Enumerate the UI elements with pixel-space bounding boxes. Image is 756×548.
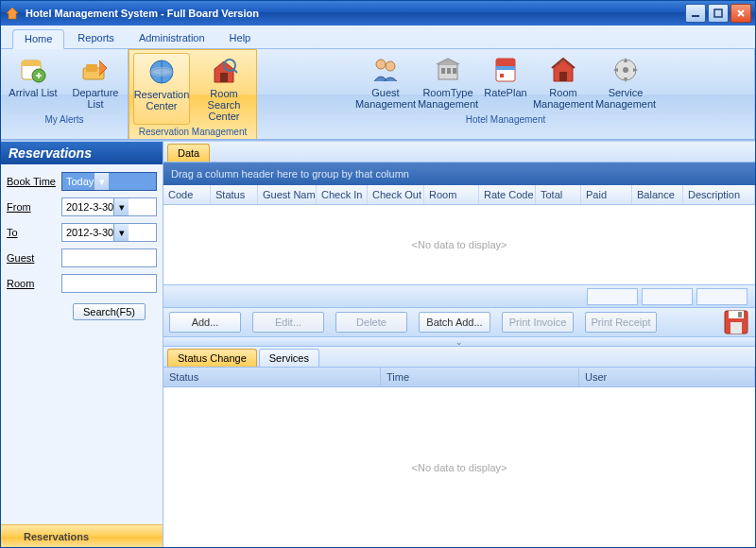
col-guest-name[interactable]: Guest Name [258, 185, 317, 204]
svg-point-11 [376, 60, 386, 69]
to-label: To [7, 227, 61, 238]
from-label: From [7, 201, 61, 213]
reservation-center-button[interactable]: Reservation Center [133, 53, 190, 125]
svg-rect-26 [730, 322, 742, 334]
roomtype-management-button[interactable]: RoomType Management [420, 52, 476, 112]
col-check-in[interactable]: Check In [317, 185, 368, 204]
service-management-button[interactable]: Service Management [597, 52, 654, 112]
arrival-list-button[interactable]: Arrival List [5, 52, 61, 112]
ribbon: Arrival List Departure List My Alerts Re… [1, 48, 755, 140]
window-title: Hotel Management System - Full Board Ver… [26, 8, 685, 19]
subtab-services[interactable]: Services [259, 349, 319, 367]
col-balance[interactable]: Balance [632, 185, 683, 204]
save-icon[interactable] [723, 309, 749, 335]
svg-rect-16 [453, 68, 456, 74]
titlebar: Hotel Management System - Full Board Ver… [1, 1, 755, 26]
svg-rect-20 [500, 74, 504, 77]
add-button[interactable]: Add... [169, 312, 241, 333]
arrival-list-icon [18, 55, 48, 85]
home-icon [5, 6, 20, 21]
col-room[interactable]: Room [424, 185, 479, 204]
summary-cell [696, 288, 747, 305]
svg-rect-9 [220, 73, 228, 82]
svg-point-23 [623, 67, 628, 73]
guest-field[interactable] [61, 248, 157, 267]
room-field[interactable] [61, 274, 157, 293]
expander-handle[interactable]: ⌄ [163, 337, 755, 347]
tab-administration[interactable]: Administration [128, 29, 216, 48]
svg-point-8 [150, 67, 173, 77]
room-search-icon [209, 56, 239, 86]
book-time-select[interactable]: Today▾ [61, 172, 157, 191]
print-receipt-button[interactable]: Print Receipt [585, 312, 657, 333]
maximize-button[interactable] [708, 4, 729, 23]
summary-cell [642, 288, 693, 305]
book-time-label: Book Time [7, 176, 61, 187]
svg-rect-3 [22, 60, 41, 66]
col-paid[interactable]: Paid [581, 185, 632, 204]
departure-list-button[interactable]: Departure List [67, 52, 124, 112]
service-icon [610, 55, 641, 85]
svg-rect-27 [738, 312, 742, 317]
col-check-out[interactable]: Check Out [368, 185, 424, 204]
globe-icon [146, 57, 177, 87]
chevron-down-icon: ▾ [113, 224, 129, 241]
svg-rect-14 [441, 68, 445, 74]
ribbon-group-my-alerts: Arrival List Departure List My Alerts [1, 49, 129, 139]
svg-rect-18 [496, 59, 515, 66]
to-date-field[interactable]: 2012-3-30▾ [61, 223, 157, 242]
close-button[interactable] [730, 4, 751, 23]
sidebar-title: Reservations [1, 142, 163, 164]
batch-add-button[interactable]: Batch Add... [419, 312, 490, 333]
tab-data[interactable]: Data [167, 144, 210, 162]
room-icon [548, 55, 578, 85]
room-management-button[interactable]: Room Management [535, 52, 592, 112]
main: Data Drag a column header here to group … [163, 142, 755, 547]
edit-button[interactable]: Edit... [252, 312, 324, 333]
group-by-hint[interactable]: Drag a column header here to group by th… [163, 163, 755, 185]
action-bar: Add... Edit... Delete Batch Add... Print… [163, 307, 755, 337]
guest-label: Guest [7, 252, 61, 264]
tab-help[interactable]: Help [218, 29, 263, 48]
from-date-field[interactable]: 2012-3-30▾ [61, 197, 157, 216]
col-time[interactable]: Time [381, 368, 579, 386]
sidebar-tab-reservations[interactable]: Reservations [1, 524, 163, 547]
summary-cell [587, 288, 638, 305]
grid-empty: <No data to display> [163, 205, 755, 284]
col-rate-code[interactable]: Rate Code [479, 185, 536, 204]
col-status[interactable]: Status [163, 368, 381, 386]
status-grid-empty: <No data to display> [163, 387, 755, 547]
guests-icon [370, 55, 401, 85]
search-button[interactable]: Search(F5) [73, 303, 146, 320]
col-code[interactable]: Code [163, 185, 211, 204]
col-total[interactable]: Total [536, 185, 581, 204]
print-invoice-button[interactable]: Print Invoice [502, 312, 574, 333]
delete-button[interactable]: Delete [335, 312, 407, 333]
chevron-down-icon: ▾ [113, 198, 129, 215]
menu-tabs: Home Reports Administration Help [1, 29, 755, 48]
departure-list-icon [80, 55, 111, 85]
roomtype-icon [433, 55, 463, 85]
subtab-status-change[interactable]: Status Change [167, 349, 257, 367]
svg-rect-6 [86, 64, 97, 72]
svg-rect-0 [692, 15, 699, 17]
chevron-down-icon: ▾ [94, 173, 109, 190]
svg-rect-19 [496, 66, 515, 70]
sidebar: Reservations Book Time Today▾ From 2012-… [1, 142, 163, 547]
rateplan-button[interactable]: RatePlan [482, 52, 529, 112]
guest-management-button[interactable]: Guest Management [357, 52, 414, 112]
minimize-button[interactable] [685, 4, 706, 23]
room-label: Room [7, 278, 61, 289]
col-user[interactable]: User [579, 368, 755, 386]
room-search-center-button[interactable]: Room Search Center [196, 53, 252, 125]
tab-home[interactable]: Home [12, 29, 64, 49]
summary-row [163, 284, 755, 307]
reservations-grid: Code Status Guest Name Check In Check Ou… [163, 185, 755, 284]
ribbon-group-reservation-management: Reservation Center Room Search Center Re… [129, 49, 257, 139]
col-status[interactable]: Status [211, 185, 258, 204]
col-description[interactable]: Description [683, 185, 755, 204]
svg-rect-21 [559, 72, 567, 81]
tab-reports[interactable]: Reports [66, 29, 126, 48]
ribbon-group-hotel-management: Guest Management RoomType Management Rat… [257, 49, 755, 139]
svg-rect-15 [447, 68, 451, 74]
